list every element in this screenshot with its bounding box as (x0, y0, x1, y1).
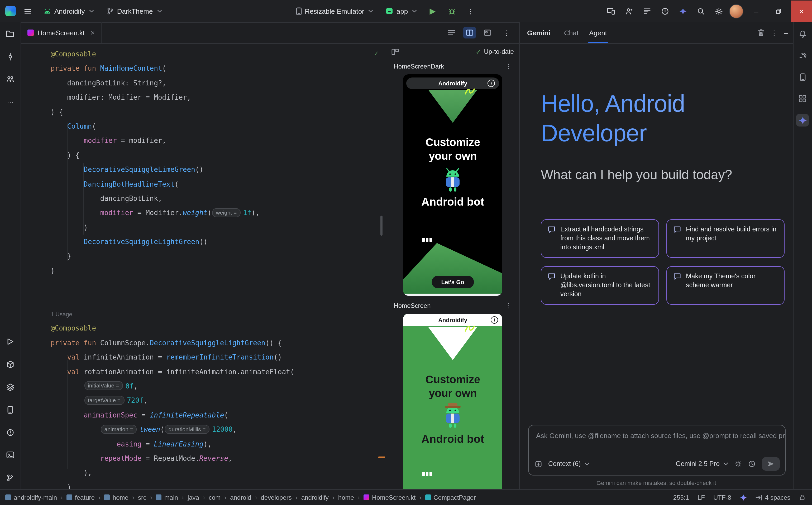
run-tool-button[interactable] (4, 335, 17, 348)
code-line[interactable]: DancingBotHeadlineText( (51, 177, 386, 191)
preview-homescreen-light[interactable]: Androidify i Customizeyour own (403, 314, 502, 489)
pull-requests-tool-button[interactable] (4, 73, 17, 86)
inspections-ok-icon[interactable]: ✓ (374, 49, 378, 57)
code-line[interactable]: @Composable (51, 47, 386, 61)
code-line[interactable]: } (51, 249, 386, 264)
preview-layout-icon[interactable] (391, 48, 399, 55)
preview-menu-light[interactable]: ⋮ (505, 302, 512, 309)
send-button[interactable] (762, 457, 780, 471)
code-line[interactable]: animation =tween(durationMillis =12000, (51, 422, 386, 437)
code-line[interactable]: initialValue =0f, (51, 379, 386, 393)
code-line[interactable]: private fun ColumnScope.DecorativeSquigg… (51, 336, 386, 350)
version-control-tool-button[interactable] (4, 471, 17, 484)
code-line[interactable]: modifier = modifier, (51, 134, 386, 148)
history-icon[interactable] (748, 460, 756, 468)
suggestion-card-4[interactable]: Make my Theme's color scheme warmer (666, 266, 785, 305)
notifications-button[interactable] (796, 27, 809, 40)
code-line[interactable]: val rotationAnimation = infiniteAnimatio… (51, 364, 386, 379)
code-line[interactable]: DecorativeSquiggleLightGreen() (51, 234, 386, 249)
code-line[interactable]: ) (51, 220, 386, 234)
running-devices-tool-button[interactable] (4, 403, 17, 416)
more-tool-windows-button[interactable]: ⋯ (4, 96, 17, 108)
breadcrumb-item[interactable]: developers (261, 494, 292, 501)
logcat-button[interactable] (640, 4, 654, 18)
gemini-tab-chat[interactable]: Chat (559, 22, 584, 43)
code-line[interactable]: dancingBotLink, (51, 191, 386, 206)
run-configuration-selector[interactable]: app (382, 4, 421, 18)
breadcrumb-item[interactable]: src (138, 494, 146, 501)
editor-scrollbar[interactable] (380, 216, 382, 235)
code-line[interactable] (51, 292, 386, 307)
build-variants-tool-button[interactable] (4, 381, 17, 393)
vcs-branch-selector[interactable]: DarkTheme (102, 4, 166, 18)
gemini-panel-button[interactable] (796, 114, 809, 127)
user-avatar[interactable] (729, 4, 743, 18)
file-encoding[interactable]: UTF-8 (713, 494, 731, 501)
code-line[interactable]: private fun MainHomeContent( (51, 61, 386, 76)
code-line[interactable]: Column( (51, 119, 386, 134)
breadcrumb-item[interactable]: com (209, 494, 221, 501)
suggestion-card-3[interactable]: Update kotlin in @libs.version.toml to t… (541, 266, 659, 305)
device-mirroring-button[interactable] (604, 4, 618, 18)
breadcrumb-item[interactable]: feature (67, 494, 95, 501)
design-view-toggle[interactable] (481, 27, 494, 38)
suggestion-card-2[interactable]: Find and resolve build errors in my proj… (666, 219, 785, 258)
preview-menu-dark[interactable]: ⋮ (505, 63, 512, 70)
code-line[interactable]: modifier = Modifier.weight(weight =1f), (51, 206, 386, 220)
gemini-toolbar-button[interactable] (675, 4, 690, 18)
settings-button[interactable] (711, 4, 726, 18)
more-actions-button[interactable]: ⋮ (463, 4, 478, 18)
build-tool-button[interactable] (4, 358, 17, 371)
code-line[interactable] (51, 278, 386, 293)
main-menu-button[interactable] (20, 4, 35, 18)
suggestion-card-1[interactable]: Extract all hardcoded strings from this … (541, 219, 659, 258)
preview-scroll-area[interactable]: HomeScreenDark ⋮ Androidify i Customi (386, 59, 519, 489)
line-separator[interactable]: LF (698, 494, 705, 501)
gemini-options-button[interactable]: ⋮ (771, 29, 778, 37)
restore-window-button[interactable] (769, 0, 788, 22)
code-line[interactable]: dancingBotLink: String?, (51, 76, 386, 91)
code-line[interactable]: } (51, 264, 386, 278)
terminal-tool-button[interactable] (4, 449, 17, 461)
code-line[interactable]: repeatMode = RepeatMode.Reverse, (51, 451, 386, 466)
preview-homescreen-dark[interactable]: Androidify i Customizeyour own (403, 74, 502, 296)
gemini-tab-agent[interactable]: Agent (584, 22, 612, 43)
caret-position[interactable]: 255:1 (673, 494, 689, 501)
breadcrumb-item[interactable]: java (188, 494, 199, 501)
context-selector[interactable]: Context (6) (548, 460, 589, 468)
problems-tool-button[interactable] (4, 426, 17, 439)
app-quality-insights-button[interactable] (658, 4, 672, 18)
lets-go-button[interactable]: Let's Go (432, 276, 474, 288)
lock-icon[interactable] (799, 494, 806, 501)
breadcrumb-item[interactable]: CompactPager (425, 494, 476, 501)
code-line[interactable]: @Composable (51, 321, 386, 336)
code-line[interactable]: DecorativeSquiggleLimeGreen() (51, 162, 386, 177)
project-selector[interactable]: Androidify (39, 4, 98, 18)
delete-conversation-icon[interactable] (758, 29, 764, 36)
gemini-status-icon[interactable] (740, 494, 747, 501)
indent-setting[interactable]: 4 spaces (756, 494, 790, 501)
code-line[interactable]: targetValue =720f, (51, 393, 386, 408)
code-line[interactable]: ) { (51, 105, 386, 119)
breadcrumb-item[interactable]: androidify-main (5, 494, 57, 501)
gemini-settings-icon[interactable] (734, 460, 742, 468)
gemini-input-box[interactable]: Ask Gemini, use @filename to attach sour… (528, 425, 786, 476)
device-selector[interactable]: Resizable Emulator (292, 4, 377, 18)
search-everywhere-button[interactable] (693, 4, 708, 18)
code-line[interactable]: ) (51, 480, 386, 489)
project-tool-button[interactable] (4, 27, 17, 40)
breadcrumb-item[interactable]: main (156, 494, 178, 501)
breadcrumb-item[interactable]: HomeScreen.kt (363, 494, 416, 501)
commit-tool-button[interactable] (4, 50, 17, 63)
code-view-toggle[interactable] (445, 27, 458, 38)
close-tab-icon[interactable]: × (91, 28, 95, 37)
debug-button[interactable] (444, 4, 459, 18)
model-selector[interactable]: Gemini 2.5 Pro (676, 460, 728, 468)
code-line[interactable]: ), (51, 466, 386, 480)
device-manager-button[interactable] (796, 70, 809, 83)
breadcrumb-item[interactable]: home (104, 494, 128, 501)
code-line[interactable]: animationSpec = infiniteRepeatable( (51, 408, 386, 423)
code-line[interactable]: easing = LinearEasing), (51, 437, 386, 451)
editor-tab-homescreen[interactable]: HomeScreen.kt × (21, 22, 102, 43)
breadcrumb-item[interactable]: home (338, 494, 354, 501)
